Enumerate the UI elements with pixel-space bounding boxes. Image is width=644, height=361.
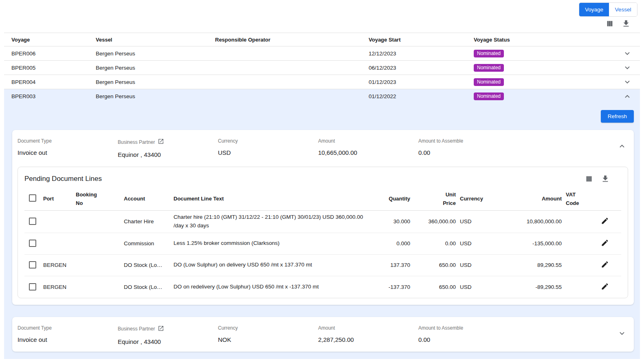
voyage-cell-voyage-start: 06/12/2023 xyxy=(369,65,474,71)
download-icon[interactable] xyxy=(622,19,631,29)
row-checkbox[interactable] xyxy=(29,261,36,269)
column-header-responsible-operator: Responsible Operator xyxy=(215,37,369,43)
chevron-up-icon[interactable] xyxy=(623,92,633,101)
pending-lines-title: Pending Document Lines xyxy=(24,175,102,183)
pending-line-row: Charter HireCharter hire (21:10 (GMT) 31… xyxy=(24,211,621,233)
line-cell-amount: 10,800,000.00 xyxy=(496,218,566,225)
edit-icon[interactable] xyxy=(600,238,610,249)
amount-field: Amount 10,665,000.00 xyxy=(318,136,418,156)
download-icon[interactable] xyxy=(601,174,611,184)
line-cell-port: BERGEN xyxy=(43,262,76,268)
business-partner-field: Business Partner Equinor , 43400 xyxy=(118,136,218,158)
voyage-table: Voyage Vessel Responsible Operator Voyag… xyxy=(4,33,640,103)
line-cell-document-line-text: Less 1.25% broker commission (Clarksons) xyxy=(174,239,377,248)
line-cell-amount: -89,290.55 xyxy=(496,284,566,290)
voyage-status-cell: Nominated xyxy=(474,92,615,100)
column-header-amount: Amount xyxy=(496,195,566,203)
line-cell-unit-price: 650.00 xyxy=(414,262,460,268)
document-type-value: Invoice out xyxy=(18,149,118,156)
amount-field: Amount 2,287,250.00 xyxy=(318,323,418,343)
voyage-cell-vessel: Bergen Perseus xyxy=(96,93,215,99)
document-type-field: Document Type Invoice out xyxy=(18,136,118,156)
voyage-cell-voyage: BPER004 xyxy=(11,79,96,85)
line-cell-quantity: 0.000 xyxy=(377,240,414,247)
column-header-vessel: Vessel xyxy=(96,37,215,43)
columns-icon[interactable] xyxy=(585,174,594,184)
business-partner-value: Equinor , 43400 xyxy=(118,151,218,158)
pending-line-row: CommissionLess 1.25% broker commission (… xyxy=(24,233,621,255)
currency-field: Currency NOK xyxy=(218,323,318,343)
amount-label: Amount xyxy=(318,323,418,331)
row-checkbox[interactable] xyxy=(29,240,36,247)
currency-field: Currency USD xyxy=(218,136,318,156)
line-cell-document-line-text: DO (Low Sulphur) on delivery USD 650 /mt… xyxy=(174,261,377,269)
chevron-up-icon[interactable] xyxy=(616,140,628,154)
amount-to-assemble-value: 0.00 xyxy=(418,149,610,156)
amount-to-assemble-label: Amount to Assemble xyxy=(418,323,610,331)
voyage-details-panel: Refresh Document Type Invoice out Busine… xyxy=(4,103,640,359)
column-header-document-line-text: Document Line Text xyxy=(174,195,377,203)
toggle-vessel[interactable]: Vessel xyxy=(609,3,637,16)
currency-value: NOK xyxy=(218,336,318,343)
toggle-voyage[interactable]: Voyage xyxy=(579,3,609,16)
columns-icon[interactable] xyxy=(605,19,615,29)
line-cell-account: Charter Hire xyxy=(124,218,169,225)
amount-to-assemble-field: Amount to Assemble 0.00 xyxy=(418,323,610,343)
amount-to-assemble-label: Amount to Assemble xyxy=(418,136,610,144)
voyage-status-cell: Nominated xyxy=(474,64,615,72)
document-type-field: Document Type Invoice out xyxy=(18,323,118,343)
voyage-cell-voyage-start: 01/12/2022 xyxy=(369,93,474,99)
document-card: Document Type Invoice out Business Partn… xyxy=(12,130,634,305)
edit-icon[interactable] xyxy=(600,282,610,293)
chevron-down-icon[interactable] xyxy=(623,77,633,87)
line-cell-account: DO Stock (Low… xyxy=(124,284,169,290)
line-cell-currency: USD xyxy=(460,240,496,247)
status-badge: Nominated xyxy=(474,64,504,72)
voyage-cell-voyage-start: 12/12/2023 xyxy=(369,51,474,57)
voyage-cell-vessel: Bergen Perseus xyxy=(96,65,215,71)
currency-value: USD xyxy=(218,149,318,156)
row-checkbox[interactable] xyxy=(29,283,36,291)
chevron-down-icon[interactable] xyxy=(623,48,633,58)
top-bar: Voyage Vessel xyxy=(0,0,644,18)
refresh-button[interactable]: Refresh xyxy=(601,110,634,123)
chevron-down-icon[interactable] xyxy=(616,327,628,341)
open-in-new-icon[interactable] xyxy=(158,325,164,333)
row-checkbox[interactable] xyxy=(29,218,36,225)
amount-to-assemble-field: Amount to Assemble 0.00 xyxy=(418,136,610,156)
amount-value: 10,665,000.00 xyxy=(318,149,418,156)
line-cell-port: BERGEN xyxy=(43,284,76,290)
document-type-label: Document Type xyxy=(18,136,118,144)
line-cell-document-line-text: Charter hire (21:10 (GMT) 31/12/22 - 21:… xyxy=(174,213,377,230)
line-cell-unit-price: 0.00 xyxy=(414,240,460,247)
voyage-cell-vessel: Bergen Perseus xyxy=(96,79,215,85)
voyage-row-BPER005[interactable]: BPER005Bergen Perseus06/12/2023Nominated xyxy=(4,61,640,75)
currency-label: Currency xyxy=(218,136,318,144)
business-partner-label: Business Partner xyxy=(118,326,155,332)
voyage-row-BPER003[interactable]: BPER003Bergen Perseus01/12/2022Nominated xyxy=(4,89,640,103)
column-header-quantity: Quantity xyxy=(377,195,414,203)
voyage-cell-voyage: BPER003 xyxy=(11,93,96,99)
column-header-booking-no: Booking No xyxy=(76,191,100,207)
line-cell-quantity: 137.370 xyxy=(377,262,414,268)
column-header-unit-price: Unit Price xyxy=(440,191,456,207)
document-card: Document Type Invoice out Business Partn… xyxy=(12,317,634,352)
pending-lines-header: Port Booking No Account Document Line Te… xyxy=(24,188,621,211)
voyage-row-BPER006[interactable]: BPER006Bergen Perseus12/12/2023Nominated xyxy=(4,46,640,61)
line-cell-unit-price: 650.00 xyxy=(414,284,460,290)
column-header-account: Account xyxy=(124,195,174,203)
chevron-down-icon[interactable] xyxy=(623,63,633,73)
select-all-checkbox[interactable] xyxy=(29,194,36,202)
voyage-table-toolbar xyxy=(0,18,644,33)
pending-lines-rows: Charter HireCharter hire (21:10 (GMT) 31… xyxy=(24,211,621,298)
open-in-new-icon[interactable] xyxy=(158,138,164,146)
line-cell-account: DO Stock (Low… xyxy=(124,262,169,268)
document-type-value: Invoice out xyxy=(18,336,118,343)
column-header-voyage: Voyage xyxy=(11,37,96,43)
edit-icon[interactable] xyxy=(600,260,610,271)
voyage-row-BPER004[interactable]: BPER004Bergen Perseus01/12/2023Nominated xyxy=(4,75,640,89)
voyage-cell-voyage-start: 01/12/2023 xyxy=(369,79,474,85)
edit-icon[interactable] xyxy=(600,216,610,227)
voyage-cell-vessel: Bergen Perseus xyxy=(96,51,215,57)
column-header-voyage-status: Voyage Status xyxy=(474,37,615,43)
